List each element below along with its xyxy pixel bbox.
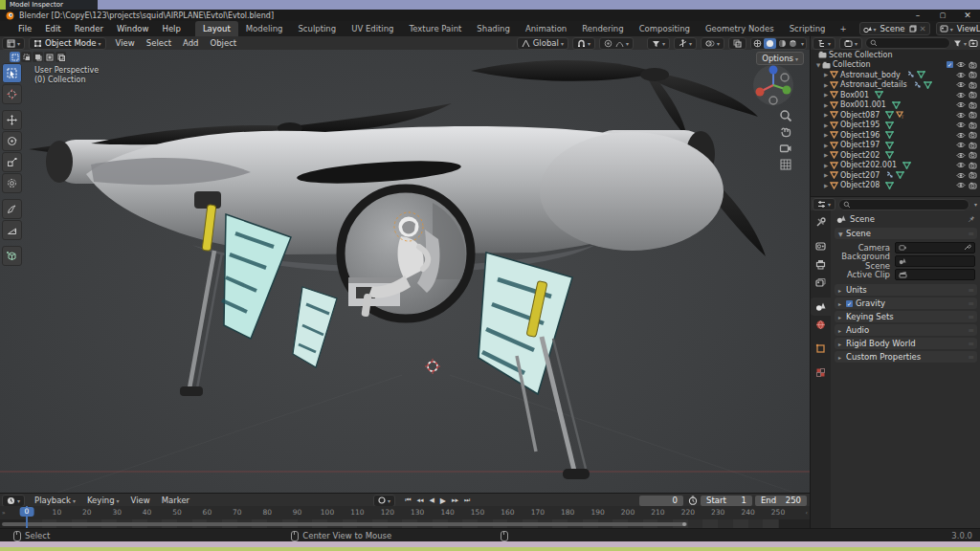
camera-restrict-icon[interactable] — [969, 171, 977, 179]
workspace-tab-shading[interactable]: Shading — [469, 21, 518, 36]
annotate-tool[interactable] — [2, 199, 22, 219]
rotate-tool[interactable] — [2, 131, 22, 151]
timeline-ruler[interactable]: » 10203040506070809010011012013014015016… — [0, 506, 810, 519]
outliner-item-row[interactable]: ▶Object197 — [811, 141, 980, 151]
panel-units[interactable]: ▸Units≡ — [835, 284, 977, 296]
camera-restrict-icon[interactable] — [969, 162, 977, 169]
expand-icon[interactable]: ▶ — [822, 152, 830, 158]
camera-restrict-icon[interactable] — [969, 182, 977, 189]
eye-icon[interactable] — [956, 92, 966, 99]
select-new-button[interactable] — [10, 52, 20, 62]
menu-file[interactable]: File — [11, 21, 38, 36]
minimize-button[interactable]: – — [905, 10, 930, 21]
eye-icon[interactable] — [956, 61, 966, 68]
camera-restrict-icon[interactable] — [969, 121, 977, 129]
timeline-channel-area[interactable] — [0, 519, 810, 528]
stopwatch-icon[interactable] — [688, 496, 698, 505]
play-button[interactable]: ▶ — [438, 496, 448, 505]
panel-audio[interactable]: ▸Audio≡ — [835, 324, 977, 336]
expand-icon[interactable]: ▶ — [822, 72, 830, 77]
sidebar-collapse-icon[interactable]: ‹ — [806, 509, 808, 516]
panel-grip[interactable]: ≡ — [968, 299, 973, 308]
outliner-item-row[interactable]: ▶Astronaut_details — [811, 80, 980, 91]
new-collection-button[interactable] — [969, 38, 978, 48]
viewport-menu-object[interactable]: Object — [204, 38, 242, 48]
expand-icon[interactable]: ▶ — [822, 143, 830, 148]
camera-restrict-icon[interactable] — [969, 61, 977, 69]
camera-restrict-icon[interactable] — [969, 142, 977, 149]
panel-grip[interactable]: ≡ — [968, 326, 973, 335]
camera-view-icon[interactable] — [779, 142, 792, 155]
outliner-editor-type[interactable]: ▾ — [813, 37, 835, 50]
expand-icon[interactable]: ▶ — [822, 112, 830, 118]
start-frame-field[interactable]: Start 1 — [701, 496, 752, 506]
scene-collection-row[interactable]: Scene Collection — [811, 50, 980, 60]
camera-restrict-icon[interactable] — [969, 91, 977, 99]
viewlayer-selector[interactable]: ▾ ViewLayer ✕ — [936, 22, 980, 35]
panel-rigid-body-world[interactable]: ▸Rigid Body World≡ — [835, 338, 977, 349]
eye-icon[interactable] — [956, 132, 966, 139]
background-scene-field[interactable] — [895, 255, 975, 267]
menu-edit[interactable]: Edit — [38, 21, 67, 36]
current-frame-field[interactable]: 0 — [639, 496, 683, 506]
tab-tool[interactable] — [811, 213, 831, 231]
gizmos-dropdown[interactable]: ▾ — [674, 37, 697, 50]
zoom-icon[interactable] — [779, 109, 792, 122]
jump-to-start-button[interactable]: ⏮︎ — [403, 496, 412, 504]
workspace-tab-rendering[interactable]: Rendering — [574, 21, 631, 36]
evtol-drone-model[interactable] — [0, 50, 810, 493]
xray-toggle[interactable] — [728, 37, 746, 50]
eye-icon[interactable] — [956, 172, 966, 179]
eyedropper-icon[interactable] — [964, 243, 971, 253]
panel-grip[interactable]: ≡ — [968, 353, 973, 362]
show-object-types-dropdown[interactable]: ▾ — [647, 37, 670, 50]
outliner-item-row[interactable]: ▶Object202.001 — [811, 161, 980, 171]
eye-icon[interactable] — [956, 101, 966, 108]
cursor-tool[interactable] — [2, 84, 22, 104]
transform-tool[interactable] — [2, 173, 22, 193]
editor-type-button[interactable]: ▾ — [2, 37, 25, 50]
panel-gravity[interactable]: ▸✓Gravity≡ — [835, 298, 977, 309]
move-tool[interactable] — [2, 110, 22, 130]
measure-tool[interactable] — [2, 220, 22, 240]
outliner-filter-button[interactable]: ▾ — [953, 39, 967, 48]
panel-grip[interactable]: ≡ — [968, 340, 973, 348]
gravity-checkbox[interactable]: ✓ — [846, 300, 853, 307]
menu-render[interactable]: Render — [68, 21, 110, 36]
material-shading-icon[interactable] — [778, 39, 787, 48]
navigation-gizmo[interactable] — [750, 61, 796, 107]
viewport-menu-view[interactable]: View — [110, 38, 141, 48]
viewport-menu-add[interactable]: Add — [177, 38, 204, 48]
jump-to-end-button[interactable]: ⏭︎ — [462, 496, 472, 504]
viewport-menu-select[interactable]: Select — [141, 38, 177, 48]
properties-editor-type[interactable]: ▾ — [813, 198, 835, 210]
expand-icon[interactable]: ▶ — [822, 163, 830, 168]
outliner-item-row[interactable]: ▶Object202 — [811, 150, 980, 161]
eye-icon[interactable] — [956, 121, 966, 128]
workspace-tab-geometry-nodes[interactable]: Geometry Nodes — [698, 21, 782, 36]
playhead-frame-badge[interactable]: 0 — [20, 507, 34, 517]
tab-render[interactable] — [811, 237, 831, 255]
add-cube-tool[interactable] — [2, 246, 22, 266]
eye-icon[interactable] — [956, 142, 966, 148]
next-keyframe-button[interactable]: ▸▸ — [450, 496, 460, 504]
select-extend-button[interactable] — [21, 52, 32, 62]
select-box-tool[interactable] — [2, 63, 22, 83]
panel-keying-sets[interactable]: ▸Keying Sets≡ — [835, 311, 977, 322]
add-workspace-button[interactable]: + — [833, 22, 853, 36]
auto-keying-button[interactable]: ▾ — [373, 495, 395, 507]
expand-icon[interactable]: ▶ — [822, 183, 830, 188]
workspace-tab-animation[interactable]: Animation — [518, 21, 574, 36]
outliner-item-row[interactable]: ▶Object207 — [811, 170, 980, 181]
properties-search-input[interactable] — [838, 199, 969, 210]
tab-output[interactable] — [811, 255, 831, 274]
scene-panel-header[interactable]: ▼ Scene ≡ — [835, 228, 977, 239]
background-window-tab[interactable]: Model Inspector — [6, 0, 98, 10]
end-frame-field[interactable]: End 250 — [755, 496, 807, 506]
workspace-tab-modeling[interactable]: Modeling — [238, 21, 291, 36]
active-clip-field[interactable] — [895, 269, 975, 280]
close-button[interactable]: ✕ — [955, 10, 980, 21]
play-reverse-button[interactable]: ◀ — [427, 496, 435, 504]
expand-icon[interactable]: ▶ — [822, 132, 830, 138]
menu-window[interactable]: Window — [110, 21, 156, 36]
